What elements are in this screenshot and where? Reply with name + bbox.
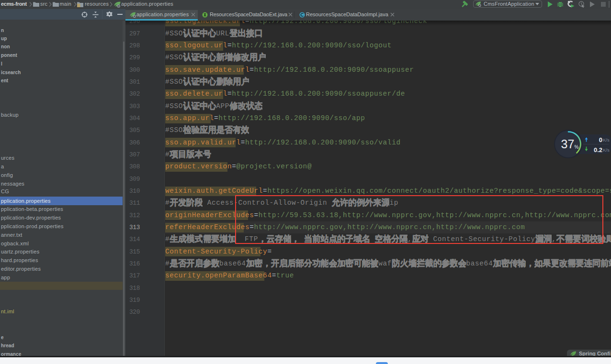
svg-text:K/s: K/s (603, 137, 610, 143)
svg-text:K/s: K/s (603, 147, 610, 153)
svg-text:0: 0 (599, 136, 602, 143)
svg-text:37: 37 (561, 137, 575, 151)
svg-text:%: % (575, 144, 579, 150)
svg-text:0.2: 0.2 (594, 146, 602, 154)
